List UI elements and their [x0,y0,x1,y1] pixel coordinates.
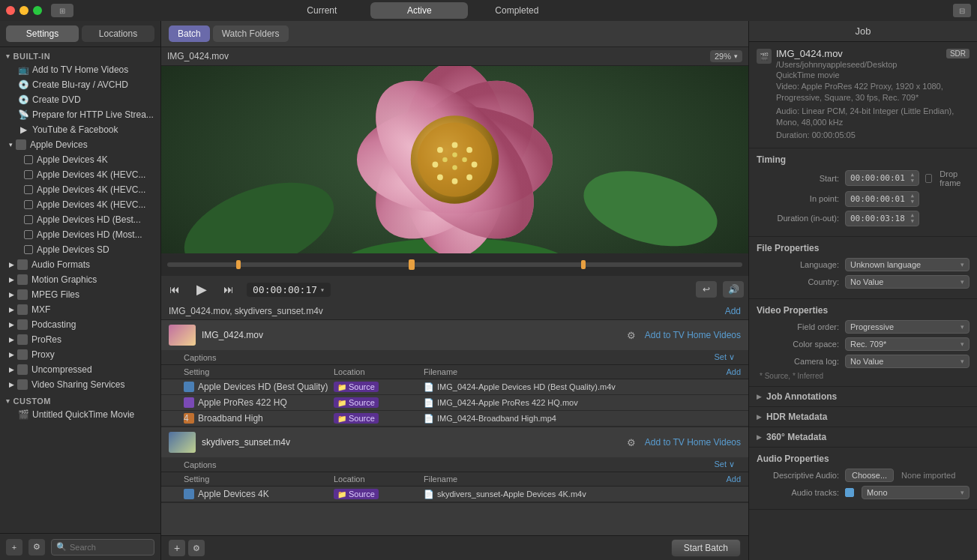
set-button-2[interactable]: Set ∨ [714,460,735,469]
layout-icon[interactable]: ⊟ [953,4,971,17]
output-setting-1-1: Apple Devices HD (Best Quality) [184,382,334,392]
add-item-button[interactable]: + [169,540,185,556]
sidebar-item-apple-4k-hevc-1[interactable]: Apple Devices 4K (HEVC... [0,167,160,182]
size-value: 29% [715,52,731,61]
folder-icon: 📁 [337,415,346,423]
settings-button[interactable]: ⚙ [28,539,45,556]
tab-watch-folders[interactable]: Watch Folders [213,25,289,42]
inpoint-stepper[interactable]: ▲ ▼ [911,193,914,205]
loop-button[interactable]: ↩ [696,281,717,298]
start-batch-button[interactable]: Start Batch [671,539,741,557]
duration-stepper[interactable]: ▲ ▼ [911,213,914,224]
drop-frame-check[interactable] [925,174,932,183]
col-setting-header: Setting [184,367,334,376]
tab-completed[interactable]: Completed [468,2,565,19]
sidebar-item-apple-sd[interactable]: Apple Devices SD [0,242,160,257]
color-space-select[interactable]: Rec. 709* ▾ [845,337,970,351]
add-output-button-2[interactable]: Add [726,475,741,484]
sidebar-group-prores[interactable]: ▶ ProRes [0,332,160,347]
sidebar-item-apple-4k[interactable]: Apple Devices 4K [0,152,160,167]
sidebar-group-audio-formats[interactable]: ▶ Audio Formats [0,257,160,272]
center-panel: Batch Watch Folders IMG_0424.mov 29% ▾ [161,21,748,560]
settings-bottom-button[interactable]: ⚙ [188,540,205,556]
search-icon: 🔍 [56,542,67,552]
sidebar-item-youtube[interactable]: ▶ YouTube & Facebook [0,122,160,137]
sidebar-toggle-button[interactable]: ⊞ [51,4,73,17]
minimize-button[interactable] [19,6,28,15]
sidebar-group-podcasting[interactable]: ▶ Podcasting [0,317,160,332]
drop-frame-checkbox[interactable]: Drop frame [925,169,970,187]
field-order-select[interactable]: Progressive ▾ [845,320,970,334]
gear-icon[interactable]: ⚙ [627,330,636,341]
timeline-track[interactable] [167,262,742,267]
country-dropdown[interactable]: No Value ▾ [845,275,970,289]
sidebar-item-bluray[interactable]: 💿 Create Blu-ray / AVCHD [0,77,160,92]
add-preset-button[interactable]: + [6,539,22,556]
sidebar-group-mxf[interactable]: ▶ MXF [0,302,160,317]
sidebar-item-http-live[interactable]: 📡 Prepare for HTTP Live Strea... [0,107,160,122]
sidebar-item-apple-hd-best[interactable]: Apple Devices HD (Best... [0,212,160,227]
color-space-dropdown[interactable]: Rec. 709* ▾ [845,337,970,351]
batch-list: IMG_0424.mov, skydivers_sunset.m4v Add I… [161,303,748,535]
job-annotations-section[interactable]: ▶ Job Annotations [749,387,977,407]
fullscreen-button[interactable] [33,6,42,15]
play-button[interactable]: ▶ [193,280,211,298]
360-metadata-section[interactable]: ▶ 360° Metadata [749,427,977,448]
sidebar-section-builtin[interactable]: ▾ BUILT-IN [0,50,160,62]
sidebar-group-uncompressed[interactable]: ▶ Uncompressed [0,362,160,377]
folder-icon: 📁 [337,399,346,407]
audio-tracks-select[interactable]: Mono ▾ [862,486,970,499]
camera-log-dropdown[interactable]: No Value ▾ [845,355,970,368]
sidebar-tab-settings[interactable]: Settings [6,25,79,42]
sidebar-item-apple-4k-hevc-2[interactable]: Apple Devices 4K (HEVC... [0,182,160,197]
camera-log-select[interactable]: No Value ▾ [845,355,970,368]
sidebar-search[interactable]: 🔍 Search [51,539,154,556]
language-dropdown[interactable]: Unknown language ▾ [845,258,970,271]
audio-tracks-label: Audio tracks: [757,488,839,497]
audio-button[interactable]: 🔊 [723,281,744,298]
language-label: Language: [757,260,839,269]
sidebar-group-apple-devices[interactable]: ▾ Apple Devices [0,137,160,152]
timeline[interactable] [161,253,748,276]
sidebar-item-apple-hd-most[interactable]: Apple Devices HD (Most... [0,227,160,242]
sidebar-item-untitled-qt[interactable]: 🎬 Untitled QuickTime Movie [0,407,160,422]
sidebar-group-proxy[interactable]: ▶ Proxy [0,347,160,362]
start-value-input[interactable]: 00:00:00:01 ▲ ▼ [845,170,919,186]
chevron-right-icon: ▶ [9,261,14,268]
tab-current[interactable]: Current [273,2,370,19]
timeline-playhead[interactable] [409,259,415,270]
timing-inpoint-row: In point: 00:00:00:01 ▲ ▼ [757,191,970,207]
add-output-button-1[interactable]: Add [726,367,741,376]
duration-value-input[interactable]: 00:00:03:18 ▲ ▼ [845,211,919,226]
svg-point-24 [452,152,457,157]
tab-batch[interactable]: Batch [169,25,210,42]
set-button-1[interactable]: Set ∨ [714,352,735,362]
close-button[interactable] [6,6,15,15]
sidebar-group-video-sharing[interactable]: ▶ Video Sharing Services [0,377,160,392]
field-order-dropdown[interactable]: Progressive ▾ [845,320,970,334]
tab-active[interactable]: Active [370,2,468,19]
sidebar-section-custom[interactable]: ▾ CUSTOM [0,395,160,407]
sidebar-group-mpeg[interactable]: ▶ MPEG Files [0,287,160,302]
sidebar-item-add-tv[interactable]: 📺 Add to TV Home Videos [0,62,160,77]
file-audio-meta: Audio: Linear PCM, 24-bit Integer (Littl… [776,106,970,129]
language-select[interactable]: Unknown language ▾ [845,258,970,271]
skip-forward-button[interactable]: ⏭ [220,280,238,298]
skip-back-button[interactable]: ⏮ [166,280,184,298]
video-filename: IMG_0424.mov [167,51,229,61]
sidebar-group-motion-graphics[interactable]: ▶ Motion Graphics [0,272,160,287]
inpoint-value-input[interactable]: 00:00:00:01 ▲ ▼ [845,191,919,207]
choose-button[interactable]: Choose... [845,469,894,482]
hdr-metadata-section[interactable]: ▶ HDR Metadata [749,407,977,427]
country-select[interactable]: No Value ▾ [845,275,970,289]
sidebar-tab-locations[interactable]: Locations [82,25,154,42]
start-stepper[interactable]: ▲ ▼ [911,172,914,184]
sidebar-item-dvd[interactable]: 💿 Create DVD [0,92,160,107]
gear-icon[interactable]: ⚙ [627,437,636,448]
audio-tracks-checkbox[interactable] [845,488,854,497]
sidebar-item-apple-4k-hevc-3[interactable]: Apple Devices 4K (HEVC... [0,197,160,212]
location-badge: 📁 Source [334,397,379,408]
country-label: Country: [757,277,839,286]
video-size-button[interactable]: 29% ▾ [710,50,742,62]
batch-add-button[interactable]: Add [725,306,741,316]
